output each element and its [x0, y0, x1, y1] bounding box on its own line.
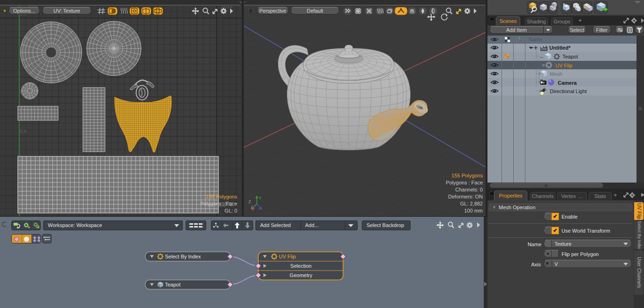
svg-text:Z: Z [248, 199, 251, 204]
svg-text:Polygons : Face: Polygons : Face [446, 180, 483, 185]
svg-text:GL: 0: GL: 0 [225, 208, 237, 213]
svg-text:155 Polygons: 155 Polygons [206, 194, 237, 199]
svg-text:Select By Index: Select By Index [165, 254, 201, 259]
svg-text:Polygons : Face: Polygons : Face [200, 201, 237, 206]
svg-text:Teapot: Teapot [165, 282, 180, 287]
svg-text:Deformers: ON: Deformers: ON [448, 194, 483, 199]
svg-text:Selection: Selection [290, 263, 311, 269]
svg-text:0.4: 0.4 [20, 129, 26, 134]
svg-text:UV Flip: UV Flip [279, 254, 296, 259]
svg-text:155 Polygons: 155 Polygons [451, 173, 483, 178]
svg-text:Geometry: Geometry [290, 272, 313, 278]
svg-text:100 mm: 100 mm [464, 208, 483, 213]
svg-text:GL: 2,882: GL: 2,882 [460, 201, 483, 206]
svg-text:Y: Y [259, 196, 262, 200]
svg-text:Channels: 0: Channels: 0 [455, 187, 483, 192]
